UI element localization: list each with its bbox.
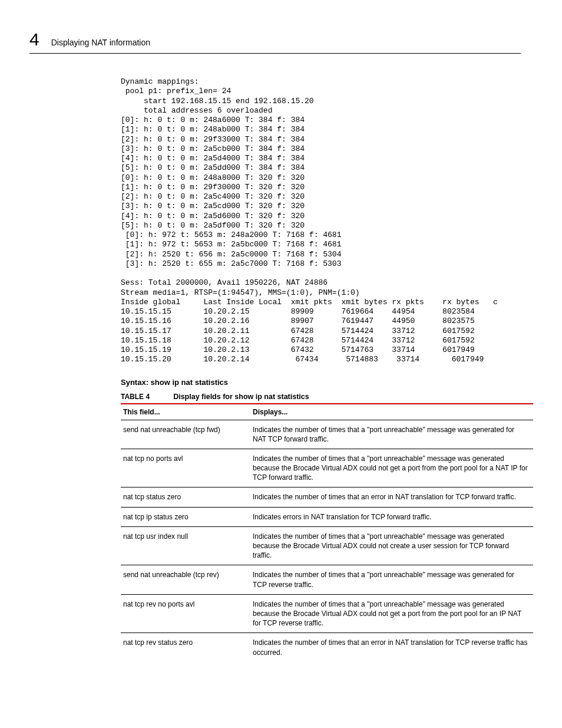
table-row: nat tcp ip status zero Indicates errors …	[121, 507, 533, 526]
console-output: Dynamic mappings: pool p1: prefix_len= 2…	[121, 77, 521, 365]
field-name: nat tcp rev no ports avl	[121, 594, 250, 633]
table-row: nat tcp rev no ports avl Indicates the n…	[121, 594, 533, 633]
page-title: Displaying NAT information	[51, 38, 150, 47]
header-rule	[29, 53, 521, 54]
field-desc: Indicates the number of times that a "po…	[250, 565, 533, 594]
col-header-displays: Displays...	[250, 404, 533, 420]
table-row: nat tcp no ports avl Indicates the numbe…	[121, 449, 533, 487]
col-header-field: This field...	[121, 404, 250, 420]
table-label: TABLE 4	[121, 393, 150, 401]
field-desc: Indicates the number of times that an er…	[250, 487, 533, 507]
fields-table-wrap: TABLE 4 Display fields for show ip nat s…	[121, 393, 533, 662]
field-name: nat tcp rev status zero	[121, 633, 250, 662]
chapter-number: 4	[29, 29, 39, 50]
table-row: send nat unreachable (tcp rev) Indicates…	[121, 565, 533, 594]
syntax-label: Syntax:	[121, 378, 148, 387]
page: 4 Displaying NAT information Dynamic map…	[0, 0, 562, 728]
table-row: send nat unreachable (tcp fwd) Indicates…	[121, 420, 533, 449]
table-caption: TABLE 4 Display fields for show ip nat s…	[121, 393, 533, 401]
field-desc: Indicates errors in NAT translation for …	[250, 507, 533, 526]
field-desc: Indicates the number of times that a "po…	[250, 526, 533, 565]
field-name: nat tcp usr index null	[121, 526, 250, 565]
syntax-line: Syntax: show ip nat statistics	[121, 378, 521, 387]
field-desc: Indicates the number of times that a "po…	[250, 449, 533, 487]
field-desc: Indicates the number of times that a "po…	[250, 420, 533, 449]
table-header-row: This field... Displays...	[121, 404, 533, 420]
table-row: nat tcp usr index null Indicates the num…	[121, 526, 533, 565]
table-caption-text: Display fields for show ip nat statistic…	[173, 393, 309, 401]
field-name: send nat unreachable (tcp rev)	[121, 565, 250, 594]
field-desc: Indicates the number of times that a "po…	[250, 594, 533, 633]
table-row: nat tcp status zero Indicates the number…	[121, 487, 533, 507]
field-name: nat tcp ip status zero	[121, 507, 250, 526]
field-name: send nat unreachable (tcp fwd)	[121, 420, 250, 449]
syntax-command: show ip nat statistics	[151, 378, 228, 387]
fields-table: This field... Displays... send nat unrea…	[121, 403, 533, 662]
field-desc: Indicates the number of times that an er…	[250, 633, 533, 662]
field-name: nat tcp status zero	[121, 487, 250, 507]
table-row: nat tcp rev status zero Indicates the nu…	[121, 633, 533, 662]
field-name: nat tcp no ports avl	[121, 449, 250, 487]
page-header: 4 Displaying NAT information	[29, 29, 521, 50]
